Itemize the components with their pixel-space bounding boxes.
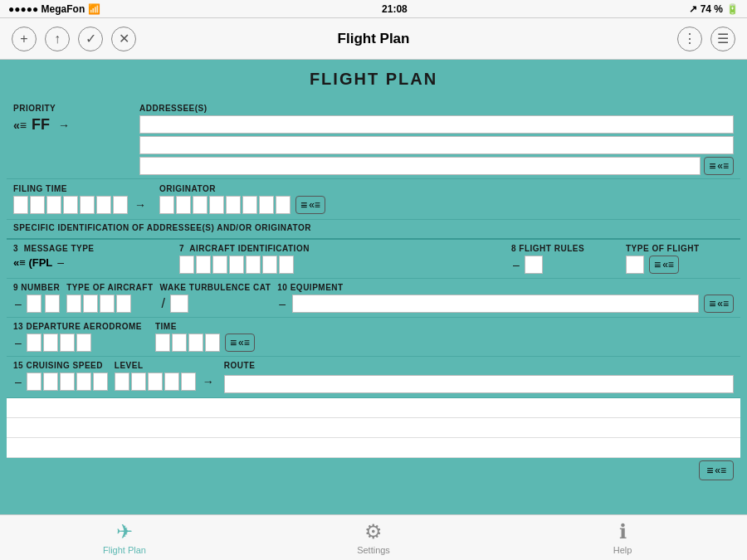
seg-cell[interactable] <box>80 196 95 214</box>
time-display: 21:08 <box>382 3 408 15</box>
seg-cell[interactable] <box>159 196 174 214</box>
menu-button[interactable]: ☰ <box>710 27 735 51</box>
seg-cell[interactable] <box>193 196 208 214</box>
seg-cell[interactable] <box>93 373 108 391</box>
seg-cell[interactable] <box>246 256 261 274</box>
seg-cell[interactable] <box>30 196 45 214</box>
field-13-time-section: 13 DEPARTURE AERODROME – TIME <box>7 318 740 357</box>
filing-section: FILING TIME → ORIGINATOR <box>7 179 740 220</box>
seg-cell[interactable] <box>212 256 227 274</box>
tab-help[interactable]: ℹ Help <box>589 520 656 555</box>
final-lines-btn[interactable]: «≡ <box>699 460 734 480</box>
close-button[interactable]: ✕ <box>111 27 136 51</box>
carrier-text: ●●●●● MegaFon <box>8 3 85 15</box>
type-of-flight-input[interactable] <box>626 256 644 274</box>
seg-cell[interactable] <box>76 373 91 391</box>
route-label: ROUTE <box>224 361 734 370</box>
seg-cell[interactable] <box>60 334 75 352</box>
seg-cell[interactable] <box>155 334 170 352</box>
seg-cell[interactable] <box>46 196 61 214</box>
seg-cell[interactable] <box>100 295 115 313</box>
field10-col: 10 EQUIPMENT – «≡ <box>277 283 734 313</box>
seg-cell[interactable] <box>205 334 220 352</box>
field-9-10-section: 9 NUMBER – TYPE OF AIRCRAFT WA <box>7 279 740 318</box>
field7-input <box>179 256 505 274</box>
seg-cell[interactable] <box>279 256 294 274</box>
level-arrow: → <box>203 375 214 388</box>
seg-cell[interactable] <box>63 196 78 214</box>
seg-cell[interactable] <box>262 256 277 274</box>
seg-cell[interactable] <box>113 196 128 214</box>
seg-cell[interactable] <box>131 373 146 391</box>
seg-cell[interactable] <box>226 196 241 214</box>
seg-cell[interactable] <box>276 196 290 214</box>
field9-cell1[interactable] <box>27 295 42 313</box>
time-btn[interactable]: «≡ <box>225 334 255 352</box>
wake-turb-label: WAKE TURBULENCE CAT <box>160 283 271 292</box>
more-button[interactable]: ⋮ <box>677 27 702 51</box>
seg-cell[interactable] <box>115 373 129 391</box>
seg-cell[interactable] <box>13 196 28 214</box>
field9-dash: – <box>15 297 22 310</box>
seg-cell[interactable] <box>164 373 179 391</box>
field7-label: 7 AIRCRAFT IDENTIFICATION <box>179 244 505 253</box>
seg-cell[interactable] <box>43 373 58 391</box>
upload-button[interactable]: ↑ <box>45 27 70 51</box>
seg-cell[interactable] <box>196 256 211 274</box>
seg-cell[interactable] <box>148 373 163 391</box>
tab-flight-plan[interactable]: ✈ Flight Plan <box>91 520 158 555</box>
level-input <box>115 373 196 391</box>
addressee-lines-btn[interactable]: «≡ <box>704 157 734 175</box>
seg-cell[interactable] <box>229 256 244 274</box>
field9-label: 9 NUMBER <box>13 283 60 292</box>
type-of-flight-btn[interactable]: «≡ <box>649 256 679 274</box>
wake-slash: / <box>162 296 165 311</box>
nav-bar: + ↑ ✓ ✕ Flight Plan ⋮ ☰ <box>0 18 747 60</box>
originator-input <box>159 196 290 214</box>
settings-icon: ⚙ <box>364 520 383 543</box>
seg-cell[interactable] <box>259 196 274 214</box>
field13-col: 13 DEPARTURE AERODROME – <box>13 322 142 352</box>
tab-settings[interactable]: ⚙ Settings <box>340 520 407 555</box>
nav-bar-right: ⋮ ☰ <box>677 27 735 51</box>
field10-input[interactable] <box>292 295 699 313</box>
seg-cell[interactable] <box>116 295 131 313</box>
addressee-label: ADDRESSEE(S) <box>139 104 734 113</box>
addressee-input-3[interactable] <box>139 157 701 175</box>
seg-cell[interactable] <box>43 334 58 352</box>
seg-cell[interactable] <box>242 196 257 214</box>
field13-dash: – <box>15 336 22 349</box>
field8-input[interactable] <box>525 256 543 274</box>
addressee-input-1[interactable] <box>139 115 734 134</box>
type-aircraft-col: TYPE OF AIRCRAFT <box>66 283 153 313</box>
originator-lines-btn[interactable]: «≡ <box>295 196 325 214</box>
addressee-col: ADDRESSEE(S) «≡ <box>139 104 734 175</box>
seg-cell[interactable] <box>209 196 224 214</box>
seg-cell[interactable] <box>179 256 194 274</box>
seg-cell[interactable] <box>96 196 111 214</box>
seg-cell[interactable] <box>83 295 98 313</box>
add-button[interactable]: + <box>12 27 37 51</box>
field15-col: 15 CRUISING SPEED – <box>13 361 108 391</box>
seg-cell[interactable] <box>66 295 81 313</box>
seg-cell[interactable] <box>76 334 91 352</box>
seg-cell[interactable] <box>176 196 191 214</box>
wake-input[interactable] <box>170 295 188 313</box>
field9-cell2[interactable] <box>45 295 60 313</box>
field10-btn[interactable]: «≡ <box>704 295 734 313</box>
seg-cell[interactable] <box>60 373 75 391</box>
field-15-section: 15 CRUISING SPEED – LEVEL <box>7 357 740 398</box>
field3-label: 3 MESSAGE TYPE <box>13 244 179 253</box>
seg-cell[interactable] <box>188 334 203 352</box>
route-input[interactable] <box>224 375 734 393</box>
addressee-input-2[interactable] <box>139 136 734 154</box>
wifi-icon: 📶 <box>88 3 100 15</box>
seg-cell[interactable] <box>172 334 187 352</box>
seg-cell[interactable] <box>27 334 42 352</box>
priority-col: PRIORITY «≡ FF → <box>13 104 129 175</box>
seg-cell[interactable] <box>27 373 42 391</box>
time-col: TIME «≡ <box>155 322 255 352</box>
originator-col: ORIGINATOR «≡ <box>159 184 325 214</box>
seg-cell[interactable] <box>181 373 196 391</box>
check-button[interactable]: ✓ <box>78 27 103 51</box>
